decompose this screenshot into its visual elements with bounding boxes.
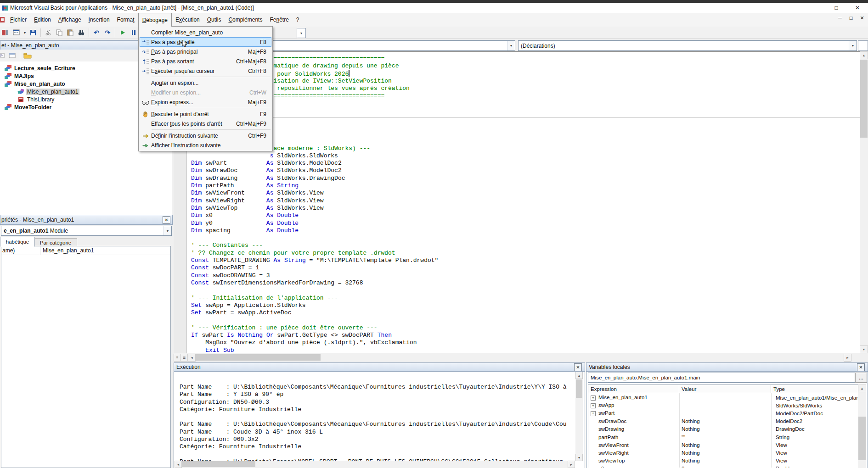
declarations-combo[interactable]: (Déclarations) ▼ [518,40,857,51]
scroll-up-icon[interactable]: ▲ [858,384,866,392]
locals-context-box[interactable]: Mise_en_plan_auto.Mise_en_plan_auto1.mai… [588,373,855,383]
locals-row-swapp[interactable]: +swAppSldWorks/SldWorks [588,401,858,409]
menubar-item-compl-ments[interactable]: Compléments [225,13,266,27]
tab-categorized[interactable]: Par catégorie [34,238,77,246]
locals-row-partpath[interactable]: partPath""String [588,433,858,441]
scroll-thumb[interactable] [860,60,868,138]
redo-button[interactable]: ↷ [102,28,113,38]
mdi-close-button[interactable]: ✕ [858,14,866,22]
run-button[interactable] [118,28,128,38]
immediate-header[interactable]: Exécution [174,362,585,372]
locals-row-swviewfront[interactable]: swViewFrontNothingView [588,441,858,449]
expand-plus-icon[interactable]: + [591,396,596,401]
properties-object-combo[interactable]: e_en_plan_auto1 Module ▼ [1,226,172,236]
scroll-right-icon[interactable]: ► [844,354,851,362]
locals-row-x0[interactable]: x00Double [588,465,858,468]
menubar-item-fen-tre[interactable]: Fenêtre [266,13,292,27]
code-vertical-scrollbar[interactable]: ▲ ▼ [860,51,868,353]
menubar-item-edition[interactable]: Edition [30,13,55,27]
scroll-up-icon[interactable]: ▲ [575,372,583,379]
chevron-down-icon[interactable]: ▼ [507,41,515,50]
cut-button[interactable] [43,28,53,38]
scroll-right-icon[interactable]: ► [568,461,575,468]
window-split-box[interactable] [858,40,868,51]
menubar-item-d-bogage[interactable]: Débogage [138,13,172,27]
locals-close-icon[interactable]: ✕ [857,363,865,371]
full-module-view-button[interactable]: ≣ [180,354,188,362]
copy-button[interactable] [54,28,64,38]
toggle-folders-button[interactable] [23,50,33,61]
call-stack-button[interactable]: ... [855,373,867,383]
debug-menu-item[interactable]: Basculer le point d'arrêtF9 [140,109,271,119]
debug-menu-item[interactable]: Ajouter un espion... [140,78,271,88]
scroll-down-icon[interactable]: ▼ [575,454,583,461]
scroll-left-icon[interactable]: ◄ [175,461,182,468]
locals-row-swviewright[interactable]: swViewRightNothingView [588,449,858,457]
menubar-item-outils[interactable]: Outils [203,13,225,27]
expand-plus-icon[interactable]: + [591,411,596,416]
debug-menu-item[interactable]: Définir l'instruction suivanteCtrl+F9 [140,131,271,140]
toolbar-combo-dropdown-icon[interactable]: ▼ [297,28,306,38]
debug-menu-item[interactable]: Modifier un espion...Ctrl+W [140,88,271,97]
debug-menu-item[interactable]: Espion express...Maj+F9 [140,97,271,107]
close-button[interactable]: ✕ [847,3,868,13]
paste-button[interactable] [65,28,75,38]
undo-button[interactable]: ↶ [91,28,101,38]
scroll-thumb[interactable] [858,417,866,460]
tab-alphabetic[interactable]: habétique [0,237,35,247]
debug-menu-item[interactable]: Pas à pas sortantCtrl+Maj+F8 [140,56,271,66]
menubar-item-fichier[interactable]: Fichier [6,13,30,27]
code-horizontal-scrollbar[interactable]: ≡ ≣ ◄ ► [174,353,860,362]
debug-menu-item[interactable]: Afficher l'instruction suivante [140,140,271,150]
locals-header[interactable]: Variables locales [586,362,868,372]
immediate-vertical-scrollbar[interactable]: ▲ ▼ [575,372,583,461]
scroll-thumb[interactable] [576,379,582,398]
save-button[interactable] [28,28,38,38]
insert-dropdown-icon[interactable]: ▼ [23,28,27,38]
locals-row-swdrawdoc[interactable]: swDrawDocNothingModelDoc2 [588,418,858,425]
view-code-button[interactable] [0,50,6,61]
debug-menu-item[interactable]: Effacer tous les points d'arrêtCtrl+Maj+… [140,119,271,128]
locals-row-swviewtop[interactable]: swViewTopNothingView [588,457,858,465]
menubar-item-?[interactable]: ? [293,13,303,27]
immediate-horizontal-scrollbar[interactable]: ◄ ► [175,461,575,468]
immediate-text[interactable]: Part Name : U:\Bibliothèque\Composants\M… [180,371,568,468]
immediate-close-icon[interactable]: ✕ [574,363,582,371]
menubar-item-ex-cution[interactable]: Exécution [172,13,203,27]
view-object-button[interactable] [7,50,17,61]
menubar-item-format[interactable]: Format [113,13,138,27]
debug-menu-item[interactable]: Pas à pas détailléF8 [140,37,271,47]
chevron-down-icon[interactable]: ▼ [849,41,857,50]
properties-close-icon[interactable]: ✕ [163,216,170,224]
mdi-minimize-button[interactable]: ─ [836,14,844,22]
pause-button[interactable] [129,28,139,38]
expand-plus-icon[interactable]: + [591,403,596,408]
locals-row-swdrawing[interactable]: swDrawingNothingDrawingDoc [588,425,858,433]
column-header-type[interactable]: Type [771,385,858,393]
scroll-thumb[interactable] [196,354,321,361]
column-header-valeur[interactable]: Valeur [679,385,771,393]
debug-menu-item[interactable]: Compiler Mise_en_plan_auto [140,28,271,37]
minimize-button[interactable]: ─ [805,3,826,13]
debug-menu-item[interactable]: Exécuter jusqu'au curseurCtrl+F8 [140,66,271,76]
scroll-left-icon[interactable]: ◄ [188,354,196,362]
locals-row-mise_en_plan_auto1[interactable]: +Mise_en_plan_auto1Mise_en_plan_auto1/Mi… [588,394,858,401]
procedure-view-button[interactable]: ≡ [174,354,181,362]
title-bar[interactable]: Microsoft Visual Basic pour Applications… [0,3,868,13]
locals-vertical-scrollbar[interactable]: ▲ [858,384,866,468]
property-row[interactable]: ame) Mise_en_plan_auto1 [1,246,170,255]
debug-menu-item[interactable]: Pas à pas principalMaj+F8 [140,47,271,56]
mdi-restore-button[interactable]: □ [847,14,855,22]
maximize-button[interactable]: □ [826,3,847,13]
insert-userform-button[interactable] [11,28,22,38]
code-text[interactable]: ================================ omatiqu… [191,52,860,357]
menubar-item-affichage[interactable]: Affichage [55,13,85,27]
scroll-up-icon[interactable]: ▲ [860,51,868,59]
scroll-thumb[interactable] [182,461,255,467]
scroll-down-icon[interactable]: ▼ [860,345,868,353]
properties-header[interactable]: priétés - Mise_en_plan_auto1 [0,215,173,225]
column-header-expression[interactable]: Expression [588,385,679,393]
find-button[interactable] [76,28,86,38]
menubar-item-insertion[interactable]: Insertion [85,13,113,27]
locals-row-swpart[interactable]: +swPartModelDoc2/PartDoc [588,409,858,417]
